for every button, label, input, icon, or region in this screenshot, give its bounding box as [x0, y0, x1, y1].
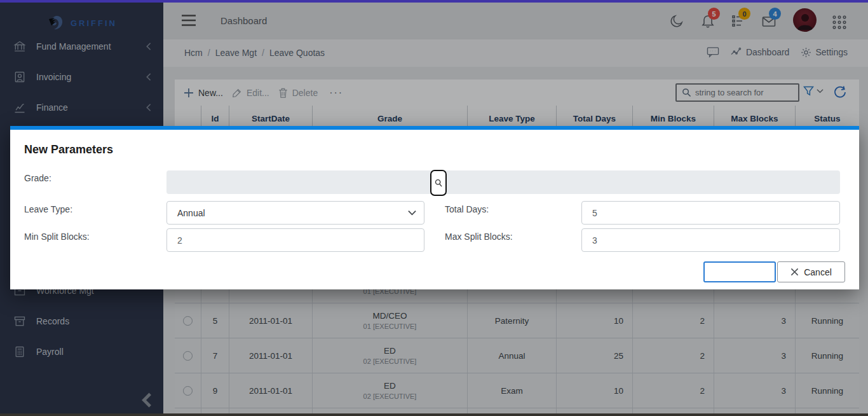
leave-type-select[interactable]: Annual	[166, 201, 424, 225]
grade-label: Grade:	[24, 173, 51, 183]
min-split-field[interactable]	[166, 228, 424, 252]
leave-type-label: Leave Type:	[24, 204, 72, 214]
close-icon	[790, 268, 799, 276]
max-split-label: Max Split Blocks:	[445, 232, 513, 242]
leave-type-value: Annual	[177, 208, 408, 218]
total-days-field[interactable]	[581, 201, 840, 225]
grade-lookup-button[interactable]	[430, 170, 447, 196]
grade-field[interactable]	[166, 170, 840, 194]
total-days-label: Total Days:	[445, 204, 489, 214]
new-parameters-modal: New Parameters Grade: Leave Type: Annual…	[10, 126, 859, 289]
ok-button[interactable]	[703, 261, 776, 282]
lookup-search-icon	[435, 179, 442, 188]
app-root: GRIFFIN Fund Management Invoicing Financ…	[0, 0, 868, 416]
cancel-button[interactable]: Cancel	[777, 261, 845, 282]
chevron-down-icon	[408, 210, 416, 216]
max-split-field[interactable]	[581, 228, 840, 252]
modal-title: New Parameters	[24, 143, 113, 156]
min-split-label: Min Split Blocks:	[24, 232, 90, 242]
cancel-button-label: Cancel	[804, 267, 832, 277]
